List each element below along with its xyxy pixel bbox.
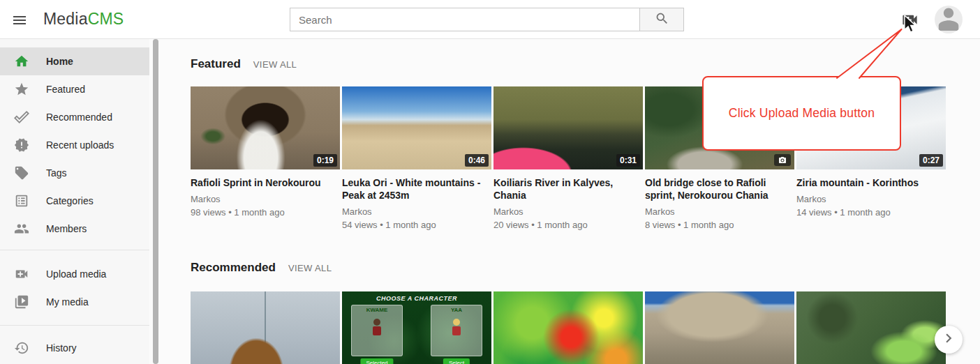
- mediacms-logo[interactable]: MediaCMS: [43, 10, 124, 29]
- sidebar-item-history[interactable]: History: [0, 334, 149, 362]
- character-sprite: [373, 319, 381, 335]
- recommended-section-header: Recommended VIEW ALL: [191, 261, 949, 275]
- people-icon: [14, 221, 29, 236]
- media-author[interactable]: Markos: [493, 206, 643, 217]
- sidebar-scrollbar[interactable]: [153, 39, 158, 364]
- media-meta: 8 views • 1 month ago: [645, 220, 794, 230]
- media-author[interactable]: Markos: [796, 194, 946, 204]
- character-sprite: [452, 319, 461, 335]
- duration-badge: 0:46: [465, 154, 489, 167]
- person-silhouette-icon: [935, 6, 962, 33]
- sidebar-item-recommended[interactable]: Recommended: [0, 103, 149, 131]
- featured-view-all-link[interactable]: VIEW ALL: [253, 59, 297, 70]
- annotation-text: Click Upload Media button: [729, 106, 875, 121]
- media-card[interactable]: [796, 291, 946, 364]
- media-card[interactable]: [493, 291, 643, 364]
- media-meta: 98 views • 1 month ago: [191, 207, 340, 218]
- sidebar-item-members[interactable]: Members: [0, 215, 149, 243]
- duration-badge: 0:31: [616, 154, 640, 167]
- sidebar-item-label: Recommended: [46, 112, 112, 123]
- media-card[interactable]: 0:46 Leuka Ori - White mountains - Peak …: [342, 86, 491, 230]
- sidebar-item-featured[interactable]: Featured: [0, 75, 149, 103]
- top-bar: MediaCMS: [0, 0, 980, 39]
- carousel-next-button[interactable]: [935, 326, 963, 354]
- sidebar-item-label: History: [46, 342, 77, 354]
- video-camera-plus-icon: [900, 20, 919, 31]
- thumbnail-text: Select: [443, 358, 470, 364]
- video-thumbnail[interactable]: 0:31: [493, 86, 643, 169]
- hamburger-menu-icon[interactable]: [11, 12, 28, 29]
- list-alt-icon: [14, 193, 29, 208]
- search-input[interactable]: [290, 8, 640, 31]
- thumbnail-panel: KWAME Selected: [351, 305, 403, 356]
- recommended-cards-row: CHOOSE A CHARACTER KWAME Selected YAA: [191, 291, 949, 364]
- thumbnail-text: KWAME: [352, 307, 402, 313]
- tag-icon: [14, 165, 29, 181]
- logo-cms-text: CMS: [88, 10, 124, 28]
- media-meta: 54 views • 1 month ago: [342, 220, 491, 230]
- video-thumbnail[interactable]: [645, 291, 794, 364]
- camera-icon: [774, 154, 791, 166]
- video-thumbnail[interactable]: CHOOSE A CHARACTER KWAME Selected YAA: [342, 291, 491, 364]
- sidebar-item-label: Upload media: [46, 268, 106, 280]
- sidebar-item-my-media[interactable]: My media: [0, 288, 149, 316]
- annotation-callout: Click Upload Media button: [702, 76, 901, 151]
- media-title[interactable]: Old bridge close to Rafioli sprint, Nero…: [645, 176, 789, 202]
- sidebar-item-label: Featured: [46, 84, 85, 95]
- logo-media-text: Media: [43, 10, 88, 28]
- video-library-icon: [14, 294, 29, 310]
- sidebar-item-label: Home: [46, 56, 73, 67]
- duration-badge: 0:27: [919, 154, 943, 167]
- media-meta: 20 views • 1 month ago: [493, 220, 643, 230]
- sidebar-item-tags[interactable]: Tags: [0, 159, 149, 187]
- media-card[interactable]: 0:31 Koiliaris River in Kalyves, Chania …: [493, 86, 643, 230]
- media-card[interactable]: 0:19 Rafioli Sprint in Nerokourou Markos…: [191, 86, 340, 230]
- video-thumbnail[interactable]: 0:19: [191, 86, 340, 169]
- section-title-recommended: Recommended: [191, 261, 276, 275]
- media-meta: 14 views • 1 month ago: [796, 207, 946, 218]
- video-thumbnail[interactable]: [191, 291, 340, 364]
- media-title[interactable]: Rafioli Sprint in Nerokourou: [191, 176, 334, 189]
- thumbnail-text: CHOOSE A CHARACTER: [342, 295, 491, 302]
- done-outline-icon: [14, 109, 29, 125]
- sidebar-item-label: Tags: [46, 167, 67, 179]
- sidebar-item-label: My media: [46, 296, 89, 308]
- media-title[interactable]: Ziria mountain - Korinthos: [796, 176, 940, 189]
- media-author[interactable]: Markos: [342, 206, 491, 217]
- search-bar: [290, 8, 684, 31]
- video-camera-plus-icon: [14, 266, 29, 282]
- video-thumbnail[interactable]: 0:46: [342, 86, 491, 169]
- video-thumbnail[interactable]: [493, 291, 643, 364]
- media-author[interactable]: Markos: [191, 194, 340, 204]
- media-card[interactable]: [191, 291, 340, 364]
- upload-media-button[interactable]: [900, 10, 919, 29]
- sidebar-item-home[interactable]: Home: [0, 47, 149, 75]
- media-title[interactable]: Koiliaris River in Kalyves, Chania: [493, 176, 637, 202]
- user-avatar[interactable]: [935, 6, 963, 33]
- recommended-view-all-link[interactable]: VIEW ALL: [288, 263, 332, 273]
- sidebar: Home Featured Recommended Recent uploads…: [0, 39, 149, 364]
- new-releases-icon: [14, 137, 29, 153]
- video-thumbnail[interactable]: [796, 291, 946, 364]
- thumbnail-text: Selected: [360, 358, 393, 364]
- section-title-featured: Featured: [191, 57, 241, 71]
- media-title[interactable]: Leuka Ori - White mountains - Peak at 24…: [342, 176, 486, 202]
- media-card[interactable]: CHOOSE A CHARACTER KWAME Selected YAA: [342, 291, 491, 364]
- history-clock-icon: [14, 340, 29, 356]
- sidebar-item-recent-uploads[interactable]: Recent uploads: [0, 131, 149, 159]
- duration-badge: 0:19: [313, 154, 337, 167]
- sidebar-item-categories[interactable]: Categories: [0, 187, 149, 215]
- thumbnail-panel: YAA Select: [431, 305, 482, 356]
- media-card[interactable]: [645, 291, 794, 364]
- media-author[interactable]: Markos: [645, 206, 794, 217]
- thumbnail-text: YAA: [431, 307, 482, 313]
- sidebar-item-label: Members: [46, 223, 87, 234]
- star-icon: [14, 82, 29, 97]
- magnifier-icon: [655, 11, 669, 29]
- search-button[interactable]: [640, 8, 684, 31]
- header-actions: [900, 0, 963, 39]
- sidebar-item-upload-media[interactable]: Upload media: [0, 260, 149, 288]
- chevron-right-icon: [940, 329, 958, 350]
- sidebar-item-label: Recent uploads: [46, 139, 114, 151]
- home-icon: [14, 54, 29, 69]
